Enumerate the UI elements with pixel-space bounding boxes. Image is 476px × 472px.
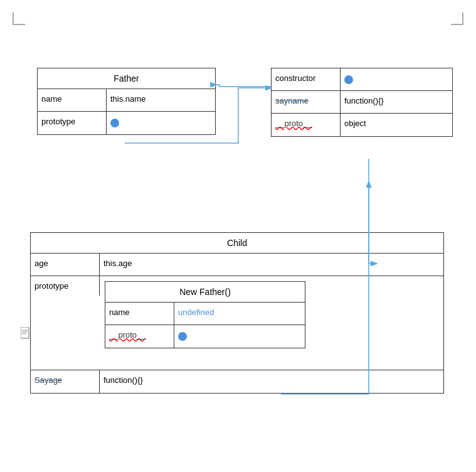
corner-tr (451, 13, 463, 25)
father-row-name: name this.name (38, 89, 215, 112)
child-row-sayage: Sayage function(){} (31, 370, 443, 393)
svg-rect-0 (21, 327, 29, 338)
father-title: Father (38, 68, 215, 89)
corner-tl (13, 13, 25, 25)
father-proto-box: constructor sayname function(){} __proto… (271, 68, 453, 137)
new-father-proto-value (174, 325, 305, 348)
constructor-back-arrow (216, 85, 271, 87)
sayage-strikethrough: Sayage (34, 375, 62, 385)
new-father-title: New Father() (105, 282, 305, 303)
new-father-proto-dot (178, 332, 187, 341)
new-father-proto-text: __proto__ (109, 330, 146, 340)
proto-constructor-label: constructor (272, 68, 341, 90)
child-age-value: this.age (100, 254, 443, 276)
new-father-box: New Father() name undefined __proto__ (105, 281, 305, 348)
new-father-row-proto: __proto__ (105, 325, 305, 348)
father-prototype-value (107, 112, 215, 134)
child-prototype-value: New Father() name undefined __proto__ (100, 276, 443, 353)
proto-proto-text: __proto__ (275, 119, 312, 128)
father-box: Father name this.name prototype (37, 68, 216, 135)
father-prototype-label: prototype (38, 112, 107, 134)
page-icon (21, 327, 31, 340)
child-sayage-value: function(){} (100, 370, 443, 393)
father-name-value: this.name (107, 89, 215, 111)
proto-constructor-dot (344, 75, 353, 84)
child-title: Child (31, 233, 443, 254)
child-prototype-label: prototype (31, 276, 100, 296)
proto-row-constructor: constructor (272, 68, 452, 91)
new-father-proto-label: __proto__ (105, 325, 174, 348)
proto-row-sayname: sayname function(){} (272, 91, 452, 114)
new-father-row-name: name undefined (105, 303, 305, 325)
proto-constructor-value (341, 68, 452, 90)
child-age-label: age (31, 254, 100, 276)
father-prototype-dot (110, 119, 119, 127)
new-father-name-value: undefined (174, 303, 305, 324)
undefined-text: undefined (178, 308, 214, 317)
proto-sayname-value: function(){} (341, 91, 452, 113)
diagram-container: Father name this.name prototype construc… (0, 0, 476, 472)
proto-proto-label: __proto__ (272, 114, 341, 136)
proto-proto-value: object (341, 114, 452, 136)
child-row-prototype: prototype New Father() name undefined __… (31, 276, 443, 370)
proto-sayname-label: sayname (272, 91, 341, 113)
proto-row-proto: __proto__ object (272, 114, 452, 136)
child-row-age: age this.age (31, 254, 443, 276)
father-row-prototype: prototype (38, 112, 215, 134)
child-box: Child age this.age prototype New Father(… (30, 232, 444, 394)
child-sayage-label: Sayage (31, 370, 100, 393)
new-father-name-label: name (105, 303, 174, 324)
sayname-strikethrough: sayname (275, 96, 309, 105)
father-name-label: name (38, 89, 107, 111)
